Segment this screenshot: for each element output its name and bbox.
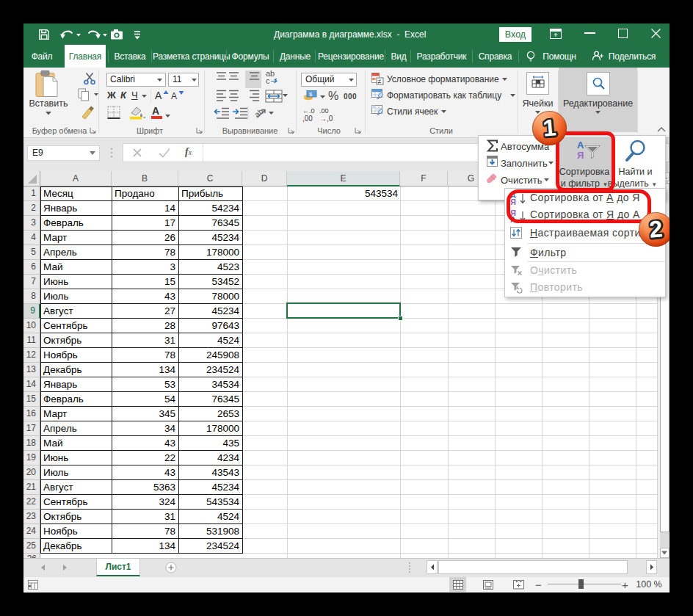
svg-text:$: $ bbox=[309, 91, 313, 98]
svg-text:≠: ≠ bbox=[378, 78, 382, 85]
svg-text:ab: ab bbox=[253, 106, 265, 119]
svg-text:c: c bbox=[266, 76, 270, 85]
